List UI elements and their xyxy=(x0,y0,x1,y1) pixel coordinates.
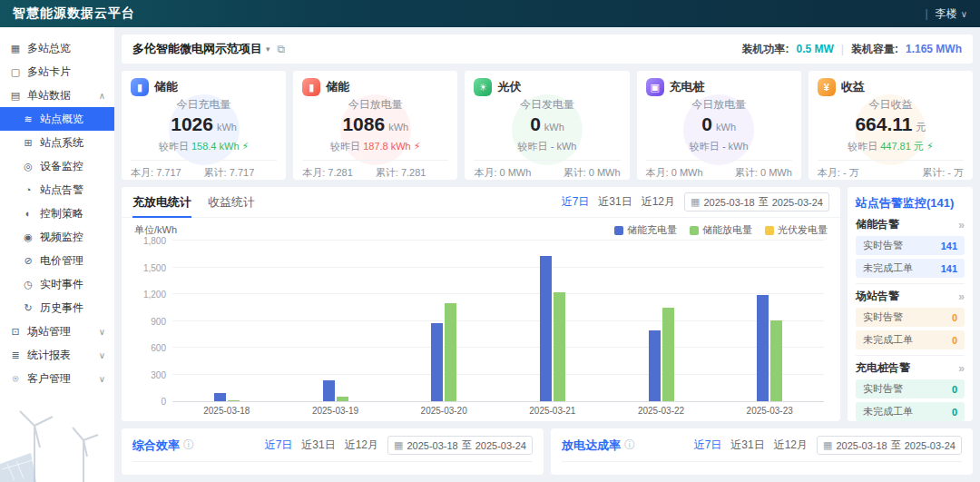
sidebar-item-label: 实时事件 xyxy=(40,277,83,292)
x-tick-label: 2025-03-20 xyxy=(389,402,498,416)
range-12-months[interactable]: 近12月 xyxy=(774,438,808,453)
sidebar-item-label: 站点告警 xyxy=(40,182,83,198)
project-selector[interactable]: 多伦智能微电网示范项目 ▾ xyxy=(132,41,270,57)
card-type-label: 收益 xyxy=(841,79,865,95)
range-31-days[interactable]: 近31日 xyxy=(598,194,632,210)
more-arrow-icon[interactable]: » xyxy=(958,219,965,231)
calendar-icon: ▦ xyxy=(823,439,832,451)
system-icon: ⊞ xyxy=(22,137,34,149)
date-range-picker[interactable]: ▦ 2025-03-18 至 2025-03-24 xyxy=(387,436,533,455)
bar-储能放电量 xyxy=(662,308,674,401)
more-arrow-icon[interactable]: » xyxy=(958,290,965,303)
pulse-icon: ≋ xyxy=(22,113,34,125)
range-31-days[interactable]: 近31日 xyxy=(730,438,764,453)
metric-value: 0kWh xyxy=(474,113,620,139)
card-type-label: 光伏 xyxy=(497,79,521,95)
y-tick-label: 900 xyxy=(151,316,166,326)
metric-label: 今日发电量 xyxy=(474,97,620,113)
copy-icon[interactable]: ⧉ xyxy=(278,43,286,55)
stat-card-charging-pile: ▣ 充电桩 今日放电量 0kWh 较昨日 - kWh 本月: 0 MWh 累计:… xyxy=(637,71,801,180)
info-icon[interactable]: ⓘ xyxy=(183,438,194,453)
legend-item[interactable]: 光伏发电量 xyxy=(765,223,828,237)
sidebar-item-control-strategy[interactable]: ◐ 控制策略 xyxy=(0,202,114,225)
tab-charge-discharge-stats[interactable]: 充放电统计 xyxy=(132,187,191,217)
alarm-group-title: 充电桩告警 xyxy=(856,360,910,376)
alarm-row-open-orders[interactable]: 未完成工单 0 xyxy=(856,402,965,421)
sidebar-group-station-management[interactable]: ⊡ 场站管理 ∨ xyxy=(0,320,114,343)
sidebar-item-site-system[interactable]: ⊞ 站点系统 xyxy=(0,131,114,154)
alarm-row-realtime[interactable]: 实时告警 0 xyxy=(856,308,965,327)
date-range-picker[interactable]: ▦ 2025-03-18 至 2025-03-24 xyxy=(684,192,829,211)
sidebar-item-site-overview[interactable]: ≋ 站点概览 xyxy=(0,107,114,131)
alarm-icon: ◔ xyxy=(22,184,34,195)
battery-charge-icon: ▮ xyxy=(131,78,149,96)
solar-icon: ☀ xyxy=(474,78,492,96)
sidebar-group-single-station-data[interactable]: ▤ 单站数据 ∧ xyxy=(0,84,114,107)
top-header: 智慧能源数据云平台 | 李楼 ∨ xyxy=(0,0,980,27)
alarm-row-open-orders[interactable]: 未完成工单 0 xyxy=(856,330,965,349)
chevron-down-icon: ∨ xyxy=(99,350,105,360)
chevron-down-icon: ∨ xyxy=(961,9,967,19)
sidebar-item-label: 站点系统 xyxy=(40,135,83,151)
y-tick-label: 600 xyxy=(151,343,166,353)
panel-title: 综合效率 xyxy=(132,438,180,454)
sidebar-item-label: 场站管理 xyxy=(27,324,71,339)
installed-power-value: 0.5 MW xyxy=(797,43,834,55)
divider: | xyxy=(841,43,844,55)
project-bar: 多伦智能微电网示范项目 ▾ ⧉ 装机功率: 0.5 MW | 装机容量: 1.1… xyxy=(122,34,973,64)
range-7-days[interactable]: 近7日 xyxy=(694,438,722,453)
calendar-icon: ▦ xyxy=(691,196,700,208)
sidebar-item-site-alarm[interactable]: ◔ 站点告警 xyxy=(0,178,114,202)
range-12-months[interactable]: 近12月 xyxy=(345,438,378,453)
sidebar-group-statistics-reports[interactable]: ≣ 统计报表 ∨ xyxy=(0,343,114,367)
alarm-panel-title[interactable]: 站点告警监控(141) xyxy=(856,195,965,211)
stat-cards-row: ▮ 储能 今日充电量 1026kWh 较昨日 158.4 kWh ⚡ 本月: 7… xyxy=(122,71,973,180)
legend-swatch xyxy=(614,226,623,235)
more-arrow-icon[interactable]: » xyxy=(958,362,965,375)
sidebar-item-realtime-events[interactable]: ◷ 实时事件 xyxy=(0,272,114,296)
alarm-row-open-orders[interactable]: 未完成工单 141 xyxy=(856,259,965,278)
compare-line: 较昨日 - kWh xyxy=(646,140,792,153)
sidebar-item-label: 视频监控 xyxy=(40,230,83,245)
user-menu[interactable]: 李楼 ∨ xyxy=(936,6,967,22)
station-icon: ⊡ xyxy=(9,326,22,338)
sidebar-item-label: 客户管理 xyxy=(27,371,71,387)
x-tick-label: 2025-03-22 xyxy=(607,402,716,416)
calendar-icon: ▦ xyxy=(394,439,403,451)
metric-value: 0kWh xyxy=(646,113,792,139)
bar-group xyxy=(498,241,607,401)
card-footer: 本月: 7.281 MWh 累计: 7.281 MWh xyxy=(302,160,448,180)
sidebar-item-history-events[interactable]: ↻ 历史事件 xyxy=(0,296,114,320)
range-12-months[interactable]: 近12月 xyxy=(642,194,675,210)
metric-label: 今日放电量 xyxy=(646,97,792,113)
sidebar-item-label: 单站数据 xyxy=(27,88,71,103)
range-31-days[interactable]: 近31日 xyxy=(301,438,335,453)
charge-discharge-chart-panel: 充放电统计 收益统计 近7日 近31日 近12月 ▦ 2025-03-18 至 … xyxy=(122,187,840,421)
legend-item[interactable]: 储能充电量 xyxy=(614,223,677,237)
alarm-group-title: 储能告警 xyxy=(856,217,899,232)
x-tick-label: 2025-03-18 xyxy=(172,402,281,416)
tab-revenue-stats[interactable]: 收益统计 xyxy=(208,187,255,217)
metric-label: 今日收益 xyxy=(818,97,964,113)
sidebar-item-video-monitor[interactable]: ◉ 视频监控 xyxy=(0,225,114,249)
info-icon[interactable]: ⓘ xyxy=(624,438,635,453)
sidebar-item-multi-station-cards[interactable]: ▢ 多站卡片 xyxy=(0,60,114,84)
alarm-row-realtime[interactable]: 实时告警 141 xyxy=(856,236,965,255)
metric-value: 1086kWh xyxy=(302,113,448,139)
date-range-picker[interactable]: ▦ 2025-03-18 至 2025-03-24 xyxy=(817,436,962,455)
alarm-row-realtime[interactable]: 实时告警 0 xyxy=(856,379,965,398)
metric-label: 今日充电量 xyxy=(131,97,277,113)
metric-value: 1026kWh xyxy=(131,113,277,139)
bar-储能充电量 xyxy=(757,295,769,401)
legend-item[interactable]: 储能放电量 xyxy=(690,223,752,237)
sidebar-group-customer-management[interactable]: ⌾ 客户管理 ∨ xyxy=(0,367,114,390)
sidebar-item-multi-station-overview[interactable]: ▦ 多站总览 xyxy=(0,36,114,60)
sidebar-item-price-management[interactable]: ⊘ 电价管理 xyxy=(0,249,114,272)
lightning-icon: ⚡ xyxy=(242,141,250,152)
sidebar: ▦ 多站总览 ▢ 多站卡片 ▤ 单站数据 ∧ ≋ 站点概览 ⊞ 站点系统 ◎ xyxy=(0,27,114,482)
range-7-days[interactable]: 近7日 xyxy=(562,194,590,210)
chevron-down-icon: ▾ xyxy=(266,44,270,54)
card-icon: ▢ xyxy=(9,66,22,78)
range-7-days[interactable]: 近7日 xyxy=(265,438,293,453)
sidebar-item-device-monitor[interactable]: ◎ 设备监控 xyxy=(0,154,114,178)
